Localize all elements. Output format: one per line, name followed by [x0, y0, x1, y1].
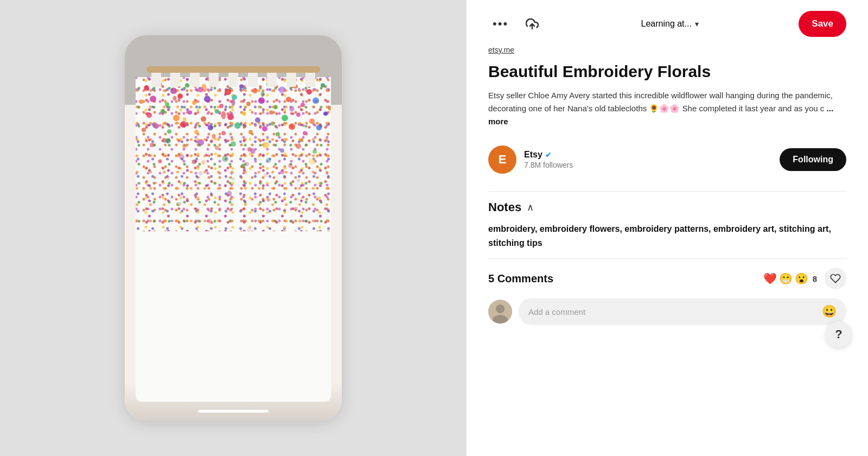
svg-point-51: [248, 130, 253, 134]
svg-point-6: [225, 88, 231, 95]
svg-point-43: [142, 128, 146, 132]
pin-description: Etsy seller Chloe Amy Avery started this…: [488, 89, 846, 128]
help-button[interactable]: ?: [826, 321, 852, 347]
commenter-avatar: [488, 300, 512, 324]
svg-point-65: [280, 148, 284, 153]
svg-point-49: [221, 131, 226, 135]
svg-point-57: [150, 143, 154, 147]
author-details: Etsy ✔ 7.8M followers: [524, 150, 573, 169]
grin-reaction: 😁: [779, 272, 793, 285]
more-options-button[interactable]: •••: [488, 15, 513, 33]
author-name[interactable]: Etsy: [524, 150, 542, 160]
svg-point-24: [273, 105, 278, 109]
pin-image: [125, 35, 342, 421]
svg-point-53: [276, 132, 280, 136]
comment-input-row: Add a comment 😀: [488, 298, 846, 325]
svg-point-50: [234, 122, 241, 129]
svg-point-44: [154, 123, 159, 129]
svg-point-42: [323, 111, 328, 116]
svg-point-58: [165, 138, 171, 143]
curtain-tabs: [146, 71, 320, 87]
notes-toggle-icon[interactable]: ∧: [527, 201, 534, 213]
comment-input-wrapper[interactable]: Add a comment 😀: [519, 298, 846, 325]
svg-point-37: [255, 117, 260, 123]
comment-placeholder: Add a comment: [528, 307, 585, 316]
svg-point-29: [146, 112, 152, 118]
svg-point-67: [312, 149, 317, 154]
svg-point-35: [227, 113, 234, 120]
svg-point-19: [204, 96, 210, 102]
svg-point-15: [150, 96, 156, 102]
commenter-avatar-image: [488, 300, 512, 324]
svg-point-66: [296, 143, 301, 149]
comments-section: 5 Comments ❤️ 😁 😮 8: [488, 258, 846, 325]
svg-point-33: [201, 116, 206, 122]
right-panel: ••• Learning at... ▾ Save etsy.me Beauti…: [467, 0, 868, 456]
notes-section: Notes ∧ embroidery, embroidery flowers, …: [488, 200, 846, 250]
svg-point-76: [167, 176, 170, 179]
share-button[interactable]: [524, 15, 541, 33]
svg-point-25: [286, 97, 291, 102]
svg-point-60: [197, 139, 204, 145]
svg-point-55: [303, 131, 307, 135]
svg-point-62: [231, 141, 236, 147]
svg-point-14: [139, 99, 143, 104]
svg-point-61: [215, 145, 219, 150]
comments-header: 5 Comments ❤️ 😁 😮 8: [488, 268, 846, 289]
following-button[interactable]: Following: [780, 148, 846, 171]
like-button[interactable]: [825, 268, 846, 289]
svg-point-69: [179, 154, 184, 160]
svg-point-59: [182, 144, 187, 148]
author-row: E Etsy ✔ 7.8M followers Following: [488, 140, 846, 179]
verified-icon: ✔: [545, 150, 552, 159]
reaction-row: ❤️ 😁 😮 8: [763, 268, 846, 289]
reaction-count: 8: [813, 274, 817, 283]
board-name: Learning at...: [641, 19, 692, 29]
svg-point-80: [297, 179, 300, 182]
svg-point-74: [288, 163, 292, 168]
svg-point-75: [309, 158, 315, 164]
svg-point-12: [307, 89, 312, 94]
svg-point-13: [321, 83, 325, 87]
phone-frame: [125, 35, 342, 421]
divider: [488, 191, 846, 192]
follower-count: 7.8M followers: [524, 161, 573, 169]
author-avatar[interactable]: E: [488, 145, 516, 174]
svg-point-4: [198, 87, 203, 92]
heart-reaction: ❤️: [763, 272, 777, 285]
svg-point-23: [258, 97, 265, 104]
svg-point-16: [165, 102, 169, 106]
embroidery-svg: [136, 77, 331, 289]
svg-point-27: [312, 97, 319, 104]
svg-point-48: [208, 125, 213, 130]
svg-point-38: [269, 110, 273, 115]
svg-point-64: [263, 142, 269, 148]
svg-point-26: [301, 103, 305, 107]
svg-point-52: [262, 126, 267, 131]
author-name-row: Etsy ✔: [524, 150, 573, 160]
svg-point-77: [199, 171, 203, 175]
svg-point-21: [232, 94, 237, 100]
svg-point-45: [167, 129, 171, 134]
svg-point-47: [194, 130, 199, 134]
toolbar-left: •••: [488, 15, 541, 33]
source-link[interactable]: etsy.me: [488, 46, 846, 54]
svg-point-10: [279, 86, 285, 93]
heart-icon: [830, 273, 841, 284]
svg-point-78: [232, 177, 235, 180]
notes-header: Notes ∧: [488, 200, 846, 214]
svg-point-22: [246, 102, 251, 106]
toolbar: ••• Learning at... ▾ Save: [488, 11, 846, 37]
svg-point-68: [158, 159, 162, 163]
svg-point-17: [177, 93, 183, 99]
save-button[interactable]: Save: [799, 11, 846, 37]
svg-point-70: [201, 160, 206, 164]
curtain-rod: [146, 66, 320, 73]
svg-point-36: [242, 111, 246, 116]
svg-point-30: [161, 109, 165, 113]
board-selector[interactable]: Learning at... ▾: [641, 19, 699, 29]
svg-point-83: [496, 305, 505, 313]
emoji-button[interactable]: 😀: [822, 305, 837, 319]
svg-point-71: [222, 155, 228, 162]
svg-point-56: [316, 125, 322, 130]
